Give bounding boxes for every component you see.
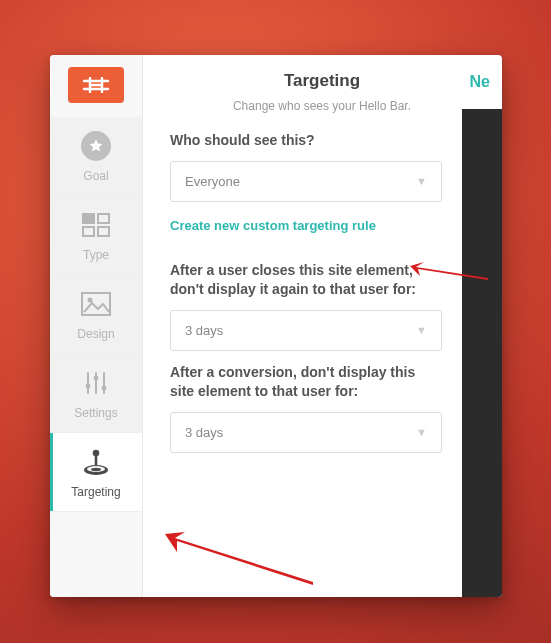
select-conversion-delay[interactable]: 3 days ▼ [170,412,442,453]
sidebar-item-design[interactable]: Design [50,275,142,354]
form: Who should see this? Everyone ▼ Create n… [142,131,470,453]
sidebar-item-label: Design [77,327,114,341]
svg-point-12 [86,384,91,389]
app-window: Ne Goal [50,55,502,597]
svg-point-14 [94,376,99,381]
sidebar-item-label: Settings [74,406,117,420]
nav: Goal Type [50,117,142,512]
sidebar-item-label: Targeting [71,485,120,499]
svg-point-21 [91,468,101,471]
sidebar-item-goal[interactable]: Goal [50,117,142,196]
select-value: Everyone [185,174,240,189]
sidebar-item-label: Type [83,248,109,262]
sidebar-item-label: Goal [83,169,108,183]
joystick-icon [79,445,113,479]
svg-rect-18 [95,455,98,466]
svg-rect-7 [83,227,94,236]
svg-rect-5 [83,214,94,223]
image-icon [79,287,113,321]
chevron-down-icon: ▼ [416,175,427,187]
label-audience: Who should see this? [170,131,442,151]
svg-rect-6 [98,214,109,223]
main-panel: Targeting Change who sees your Hello Bar… [142,55,502,597]
select-audience[interactable]: Everyone ▼ [170,161,442,202]
chevron-down-icon: ▼ [416,426,427,438]
logo[interactable] [68,67,124,103]
sliders-icon [79,366,113,400]
svg-point-16 [102,386,107,391]
star-icon [79,129,113,163]
chevron-down-icon: ▼ [416,324,427,336]
sidebar-item-type[interactable]: Type [50,196,142,275]
svg-point-10 [88,298,93,303]
label-close-delay: After a user closes this site element, d… [170,261,442,300]
label-conversion-delay: After a conversion, don't display this s… [170,363,442,402]
select-value: 3 days [185,323,223,338]
create-rule-link[interactable]: Create new custom targeting rule [170,218,376,233]
page-subtitle: Change who sees your Hello Bar. [142,99,502,113]
sidebar-item-targeting[interactable]: Targeting [50,433,142,512]
svg-rect-9 [82,293,110,315]
sidebar: Goal Type [50,55,143,597]
page-title: Targeting [142,55,502,99]
svg-rect-8 [98,227,109,236]
grid-icon [79,208,113,242]
select-close-delay[interactable]: 3 days ▼ [170,310,442,351]
sidebar-item-settings[interactable]: Settings [50,354,142,433]
select-value: 3 days [185,425,223,440]
